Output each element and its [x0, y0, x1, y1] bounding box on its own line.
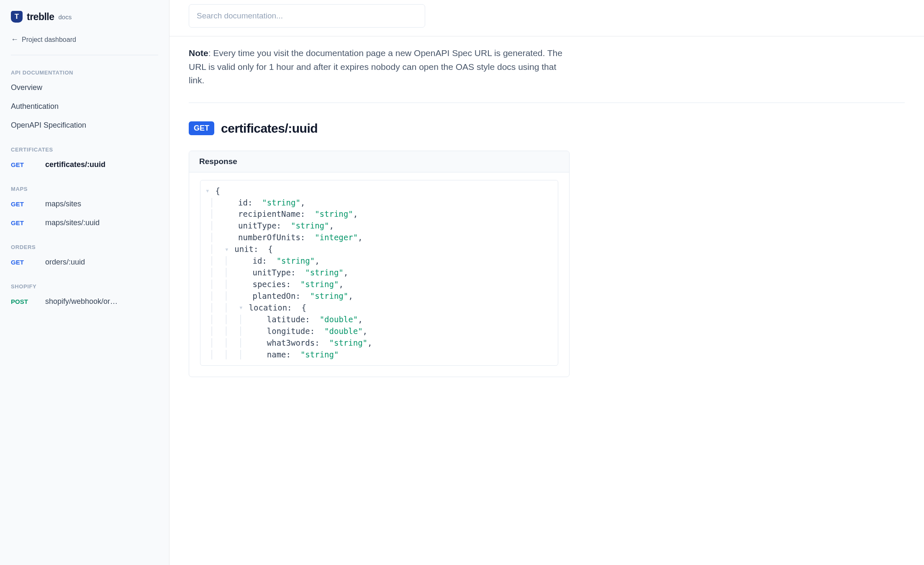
endpoint-path: maps/sites/:uuid — [45, 218, 100, 227]
sidebar-endpoint-shopify-webhook[interactable]: POST shopify/webhook/or… — [11, 297, 158, 306]
response-body: ▶ { │ id: "string", │ recipientName: "st… — [189, 172, 569, 377]
brand-name: treblle — [27, 11, 54, 23]
divider — [11, 55, 158, 55]
logo-icon: T — [11, 11, 23, 23]
search-bar — [169, 0, 924, 36]
sidebar-endpoint-orders[interactable]: GET orders/:uuid — [11, 258, 158, 267]
endpoint-path: maps/sites — [45, 200, 81, 208]
main-content: Note: Every time you visit the documenta… — [169, 0, 924, 565]
arrow-left-icon: ← — [11, 35, 18, 44]
sidebar-endpoint-maps-sites[interactable]: GET maps/sites — [11, 200, 158, 208]
method-badge: GET — [11, 219, 45, 226]
section-orders: ORDERS GET orders/:uuid — [11, 244, 158, 267]
endpoint-title-text: certificates/:uuid — [221, 121, 318, 136]
back-link-label: Project dashboard — [22, 36, 76, 44]
search-input[interactable] — [189, 4, 425, 28]
sidebar-endpoint-maps-sites-uuid[interactable]: GET maps/sites/:uuid — [11, 218, 158, 227]
response-schema: ▶ { │ id: "string", │ recipientName: "st… — [200, 180, 558, 366]
section-label: API DOCUMENTATION — [11, 69, 158, 76]
section-label: CERTIFICATES — [11, 146, 158, 153]
section-certificates: CERTIFICATES GET certificates/:uuid — [11, 146, 158, 169]
brand-suffix: docs — [59, 13, 72, 21]
method-badge: POST — [11, 298, 45, 305]
endpoint-heading: GET certificates/:uuid — [189, 121, 905, 136]
section-api-documentation: API DOCUMENTATION Overview Authenticatio… — [11, 69, 158, 130]
method-badge: GET — [11, 161, 45, 168]
sidebar: T treblle docs ← Project dashboard API D… — [0, 0, 169, 565]
nav-openapi-spec[interactable]: OpenAPI Specification — [11, 121, 158, 130]
method-badge: GET — [11, 200, 45, 208]
section-label: ORDERS — [11, 244, 158, 250]
endpoint-path: certificates/:uuid — [45, 160, 105, 169]
method-badge: GET — [11, 259, 45, 266]
note-label: Note — [189, 48, 208, 58]
response-header: Response — [189, 151, 569, 172]
nav-authentication[interactable]: Authentication — [11, 102, 158, 111]
note-body: : Every time you visit the documentation… — [189, 48, 562, 85]
response-card: Response ▶ { │ id: "string", │ recipient… — [189, 151, 570, 378]
section-shopify: SHOPIFY POST shopify/webhook/or… — [11, 283, 158, 306]
section-maps: MAPS GET maps/sites GET maps/sites/:uuid — [11, 186, 158, 227]
endpoint-path: shopify/webhook/or… — [45, 297, 118, 306]
method-badge: GET — [189, 121, 214, 135]
section-label: MAPS — [11, 186, 158, 192]
divider — [189, 103, 905, 103]
logo[interactable]: T treblle docs — [11, 11, 158, 23]
nav-overview[interactable]: Overview — [11, 83, 158, 92]
back-link[interactable]: ← Project dashboard — [11, 35, 158, 44]
note-text: Note: Every time you visit the documenta… — [189, 46, 565, 87]
section-label: SHOPIFY — [11, 283, 158, 290]
sidebar-endpoint-certificates[interactable]: GET certificates/:uuid — [11, 160, 158, 169]
endpoint-path: orders/:uuid — [45, 258, 85, 267]
